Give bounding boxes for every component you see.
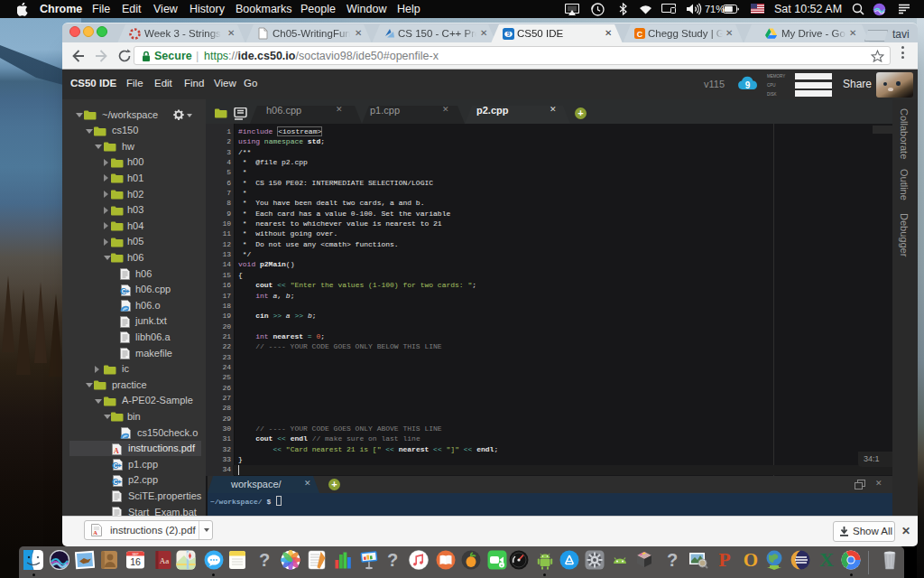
svg-text:C: C — [122, 287, 126, 294]
svg-text:C: C — [114, 462, 118, 469]
svg-text:Aa: Aa — [159, 556, 169, 565]
svg-text:A: A — [114, 446, 119, 454]
svg-text:C: C — [114, 479, 118, 485]
svg-text:9: 9 — [507, 31, 511, 37]
svg-text:9: 9 — [745, 80, 751, 90]
svg-text:A: A — [93, 529, 97, 536]
svg-text:C: C — [637, 30, 643, 39]
svg-text:16: 16 — [130, 556, 141, 567]
